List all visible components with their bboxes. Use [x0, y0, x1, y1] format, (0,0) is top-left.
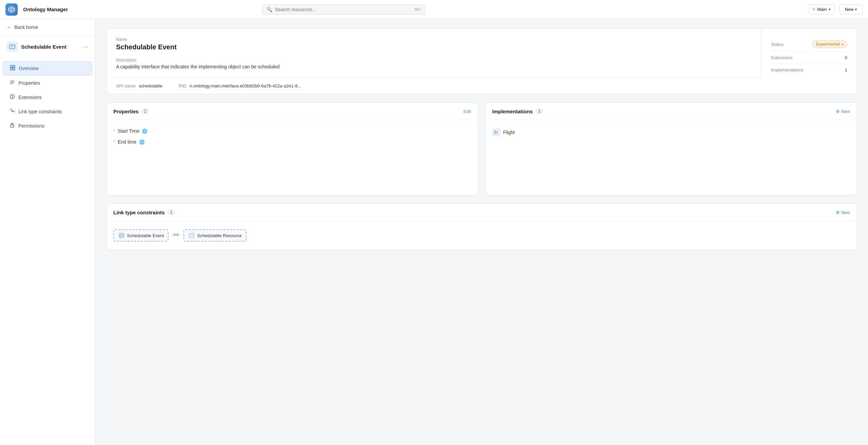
panels-row: Properties 2 Edit " Start Time 🌐 " End t… [106, 102, 857, 195]
properties-panel-body: " Start Time 🌐 " End time 🌐 [107, 120, 478, 195]
properties-panel: Properties 2 Edit " Start Time 🌐 " End t… [106, 102, 478, 195]
branch-selector[interactable]: ⑂ Main ▾ [808, 4, 835, 14]
rid-label: RID [179, 83, 186, 88]
list-item[interactable]: Flight [492, 126, 850, 139]
ltc-body: Schedulable Event [107, 221, 857, 250]
properties-panel-title: Properties 2 [113, 108, 149, 114]
new-button[interactable]: New ▾ [839, 4, 863, 14]
svg-rect-2 [10, 45, 15, 49]
plus-circle-icon: ⊕ [836, 109, 840, 114]
info-card-right: Status Experimental ▾ Extensions 0 Imple… [761, 29, 857, 94]
list-item[interactable]: " End time 🌐 [113, 136, 471, 147]
link-type-icon [10, 108, 15, 115]
svg-rect-6 [13, 65, 15, 67]
svg-point-17 [173, 234, 175, 236]
svg-rect-5 [10, 65, 12, 67]
back-home-button[interactable]: ← Back home [0, 19, 95, 36]
back-home-label: Back home [14, 24, 38, 30]
implementations-title-text: Implementations [492, 109, 533, 114]
globe-icon: 🌐 [139, 139, 145, 145]
rid-value: ri.ontology.main.interface.e03b92b0-6a78… [190, 83, 301, 88]
implementations-panel-title: Implementations 1 [492, 108, 543, 114]
new-button-chevron-icon: ▾ [855, 7, 857, 11]
globe-icon: 🌐 [142, 129, 147, 134]
ltc-target-entity[interactable]: Schedulable Resource [183, 229, 246, 242]
entity-description: A capability interface that indicates th… [116, 64, 752, 69]
api-name-value: schedulable [139, 83, 162, 88]
status-chevron-icon: ▾ [842, 43, 843, 46]
sidebar-item-permissions-label: Permissions [18, 123, 44, 129]
branch-icon: ⑂ [813, 7, 815, 12]
search-bar[interactable]: 🔍 ⌘K [262, 4, 425, 15]
sidebar-item-overview-label: Overview [19, 66, 38, 71]
ltc-panel-title: Link type constraints 1 [113, 209, 175, 215]
search-input[interactable] [275, 7, 412, 12]
api-row: API name schedulable RID ri.ontology.mai… [107, 78, 761, 94]
sidebar: ← Back home Schedulable Event ··· [0, 19, 95, 445]
back-arrow-icon: ← [7, 24, 12, 30]
topbar-right: ⑂ Main ▾ New ▾ [808, 4, 863, 14]
list-item[interactable]: " Start Time 🌐 [113, 126, 471, 136]
new-button-label: New [845, 7, 854, 12]
entity-display-name: Schedulable Event [116, 43, 752, 51]
permissions-icon [10, 122, 15, 129]
status-badge[interactable]: Experimental ▾ [812, 40, 847, 48]
info-card: Name Schedulable Event Description A cap… [106, 29, 857, 94]
prop-name: Start Time [118, 128, 140, 134]
implementations-panel: Implementations 1 ⊕ New [485, 102, 857, 195]
properties-panel-header: Properties 2 Edit [107, 103, 478, 120]
svg-point-18 [177, 234, 179, 236]
sidebar-nav: Overview Properties Extensions Link type… [0, 58, 95, 136]
search-icon: 🔍 [267, 7, 272, 12]
entity-header: Schedulable Event ··· [0, 36, 95, 58]
ltc-header: Link type constraints 1 ⊕ New [107, 204, 857, 221]
sidebar-item-permissions[interactable]: Permissions [3, 119, 92, 133]
properties-count: 2 [141, 108, 149, 114]
status-label: Status [771, 42, 784, 47]
ltc-new-button[interactable]: ⊕ New [836, 210, 850, 215]
search-shortcut: ⌘K [414, 7, 421, 12]
status-value: Experimental [816, 42, 840, 47]
implementations-panel-body: Flight [485, 120, 857, 195]
properties-icon [10, 80, 15, 86]
api-name-label: API name [116, 83, 135, 88]
sidebar-item-overview[interactable]: Overview [3, 61, 92, 76]
main-content: Name Schedulable Event Description A cap… [95, 19, 868, 445]
ltc-target-icon [188, 232, 195, 239]
properties-edit-button[interactable]: Edit [464, 109, 471, 114]
sidebar-item-properties[interactable]: Properties [3, 76, 92, 90]
ltc-title-text: Link type constraints [113, 210, 165, 215]
implementation-name: Flight [503, 130, 515, 135]
sidebar-item-extensions[interactable]: Extensions [3, 90, 92, 104]
extensions-meta-value: 0 [845, 55, 847, 60]
svg-rect-7 [10, 68, 12, 70]
ltc-target-label: Schedulable Resource [197, 233, 242, 238]
ltc-source-label: Schedulable Event [127, 233, 164, 238]
properties-title-text: Properties [113, 109, 139, 114]
prop-name: End time [118, 139, 136, 145]
implementations-meta-value: 1 [845, 67, 847, 72]
svg-rect-8 [13, 68, 15, 70]
implementations-count: 1 [535, 108, 543, 114]
ltc-count: 1 [167, 209, 175, 215]
implementations-panel-header: Implementations 1 ⊕ New [485, 103, 857, 120]
sidebar-item-properties-label: Properties [18, 80, 40, 86]
implementations-new-button[interactable]: ⊕ New [836, 109, 850, 114]
entity-identity: Schedulable Event [7, 41, 66, 52]
overview-icon [10, 65, 15, 72]
sidebar-item-extensions-label: Extensions [18, 95, 42, 100]
layout: ← Back home Schedulable Event ··· [0, 19, 868, 445]
info-card-left: Name Schedulable Event Description A cap… [107, 29, 761, 78]
entity-more-button[interactable]: ··· [83, 43, 88, 50]
quote-icon: " [113, 139, 115, 145]
branch-chevron-icon: ▾ [829, 7, 831, 11]
app-logo [5, 3, 18, 16]
ltc-card: Link type constraints 1 ⊕ New [106, 203, 857, 250]
ltc-source-entity[interactable]: Schedulable Event [113, 229, 168, 242]
entity-icon [7, 41, 18, 52]
ltc-source-icon [118, 232, 125, 239]
extensions-row: Extensions 0 [771, 52, 847, 64]
status-row: Status Experimental ▾ [771, 37, 847, 52]
ltc-new-label: New [841, 210, 850, 215]
sidebar-item-link-type-constraints[interactable]: Link type constraints [3, 105, 92, 118]
